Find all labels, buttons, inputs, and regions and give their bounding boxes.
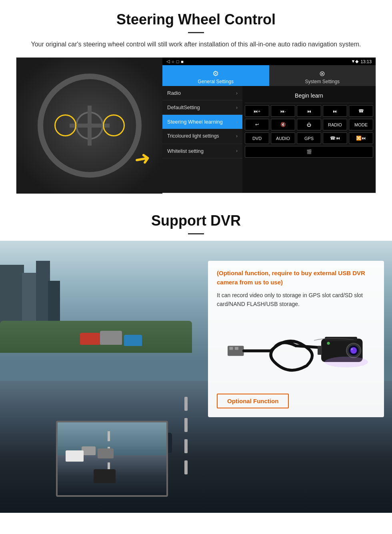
android-content-area: Radio › DefaultSetting › Steering Wheel … xyxy=(162,86,376,193)
menu-tricoloured-label: Tricoloured light settings xyxy=(167,133,219,140)
control-row-1: ⏭+ ⏮- ⏮ ⏭ ☎ xyxy=(245,105,373,117)
inset-road-scene xyxy=(58,422,166,495)
status-icons: ▼◆ 13:13 xyxy=(351,59,372,64)
svg-rect-0 xyxy=(230,347,233,350)
dvd-button[interactable]: DVD xyxy=(245,132,269,144)
menu-default-label: DefaultSetting xyxy=(167,104,200,110)
menu-icon[interactable]: ■ xyxy=(181,59,184,64)
radio-button[interactable]: RADIO xyxy=(323,119,347,130)
chevron-right-icon: › xyxy=(236,148,238,154)
phone-prev-button[interactable]: ☎⏮ xyxy=(323,132,347,144)
dvr-camera-svg xyxy=(217,315,375,387)
dvr-title: Support DVR xyxy=(16,212,376,229)
system-icon: ⊗ xyxy=(319,69,325,78)
menu-tricoloured[interactable]: Tricoloured light settings › xyxy=(162,129,242,144)
menu-steering-label: Steering Wheel learning xyxy=(167,119,223,125)
chevron-right-icon: › xyxy=(236,105,238,110)
dvr-title-area: Support DVR xyxy=(0,201,392,241)
steering-title: Steering Wheel Control xyxy=(16,11,376,28)
highlight-circle-right xyxy=(103,114,125,136)
menu-whitelist[interactable]: Whitelist setting › xyxy=(162,144,242,158)
svg-point-9 xyxy=(327,342,330,344)
next-track-button[interactable]: ⏭ xyxy=(323,105,347,117)
tab-general-settings[interactable]: ⚙ General Settings xyxy=(162,65,269,86)
signal-icon: ▼◆ xyxy=(351,59,359,64)
nav-buttons: ◁ ○ □ ■ xyxy=(166,59,184,64)
settings-menu-list: Radio › DefaultSetting › Steering Wheel … xyxy=(162,86,242,193)
highlight-circle-left xyxy=(54,114,76,136)
begin-learn-button[interactable]: Begin learn xyxy=(245,88,373,103)
tab-general-label: General Settings xyxy=(198,79,234,84)
svg-line-2 xyxy=(296,346,321,348)
arrow-overlay: ➜ xyxy=(132,146,152,171)
android-tabs: ⚙ General Settings ⊗ System Settings xyxy=(162,65,376,86)
control-row-3: DVD AUDIO GPS ☎⏮ 🔀⏭ xyxy=(245,132,373,144)
svg-point-8 xyxy=(351,348,353,350)
mode-button[interactable]: MODE xyxy=(349,119,373,130)
menu-radio[interactable]: Radio › xyxy=(162,86,242,100)
dvr-section: Support DVR xyxy=(0,201,392,513)
chevron-right-icon: › xyxy=(236,133,238,140)
dvr-camera-image xyxy=(217,315,375,387)
prev-track-button[interactable]: ⏮ xyxy=(297,105,321,117)
clock: 13:13 xyxy=(360,59,372,64)
wheel-background: ➜ xyxy=(16,58,162,194)
dvr-info-card: (Optional function, require to buy exter… xyxy=(208,261,384,417)
dvr-description: It can record video only to storage in G… xyxy=(217,291,375,309)
gps-button[interactable]: GPS xyxy=(297,132,321,144)
steering-demo-container: ➜ ◁ ○ □ ■ ▼◆ 13:13 ⚙ xyxy=(16,57,376,193)
steering-wheel-image: ➜ xyxy=(16,58,162,194)
shuffle-next-button[interactable]: 🔀⏭ xyxy=(349,132,373,144)
dvr-background-image: (Optional function, require to buy exter… xyxy=(0,241,392,513)
menu-steering-wheel-learning[interactable]: Steering Wheel learning › xyxy=(162,115,242,129)
svg-rect-1 xyxy=(235,347,238,350)
title-divider xyxy=(188,32,204,33)
chevron-right-icon: › xyxy=(236,119,238,125)
optional-function-button[interactable]: Optional Function xyxy=(217,394,289,408)
steering-subtitle: Your original car's steering wheel contr… xyxy=(24,40,368,49)
menu-radio-label: Radio xyxy=(167,90,181,96)
control-row-2: ↩ 🔇 ⏻ RADIO MODE xyxy=(245,119,373,130)
dvr-divider xyxy=(188,233,204,234)
vol-down-button[interactable]: ⏮- xyxy=(271,105,295,117)
chevron-right-icon: › xyxy=(236,90,238,96)
phone-button[interactable]: ☎ xyxy=(349,105,373,117)
android-statusbar: ◁ ○ □ ■ ▼◆ 13:13 xyxy=(162,58,376,65)
steering-section: Steering Wheel Control Your original car… xyxy=(0,0,392,201)
back-icon[interactable]: ◁ xyxy=(166,59,170,64)
wheel-spoke-vertical xyxy=(88,106,92,146)
menu-whitelist-label: Whitelist setting xyxy=(167,148,204,154)
android-ui-panel: ◁ ○ □ ■ ▼◆ 13:13 ⚙ General Settings ⊗ xyxy=(162,58,376,193)
extra-button[interactable]: 🎬 xyxy=(245,146,373,158)
menu-default-setting[interactable]: DefaultSetting › xyxy=(162,100,242,115)
svg-point-11 xyxy=(325,356,368,367)
control-row-4: 🎬 xyxy=(245,146,373,158)
dvr-inset-screenshot xyxy=(56,421,168,497)
wheel-outer-ring xyxy=(38,74,142,178)
svg-rect-10 xyxy=(318,346,322,355)
steering-control-panel: Begin learn ⏭+ ⏮- ⏮ ⏭ ☎ ↩ 🔇 ⏻ RADIO MODE xyxy=(242,86,376,193)
recents-icon[interactable]: □ xyxy=(176,59,179,64)
audio-button[interactable]: AUDIO xyxy=(271,132,295,144)
back-call-button[interactable]: ↩ xyxy=(245,119,269,130)
tab-system-label: System Settings xyxy=(305,79,340,84)
mute-button[interactable]: 🔇 xyxy=(271,119,295,130)
home-icon[interactable]: ○ xyxy=(172,59,174,64)
power-button[interactable]: ⏻ xyxy=(297,119,321,130)
tab-system-settings[interactable]: ⊗ System Settings xyxy=(269,65,376,86)
dvr-optional-text: (Optional function, require to buy exter… xyxy=(217,269,375,287)
settings-gear-icon: ⚙ xyxy=(212,69,219,78)
vol-up-button[interactable]: ⏭+ xyxy=(245,105,269,117)
